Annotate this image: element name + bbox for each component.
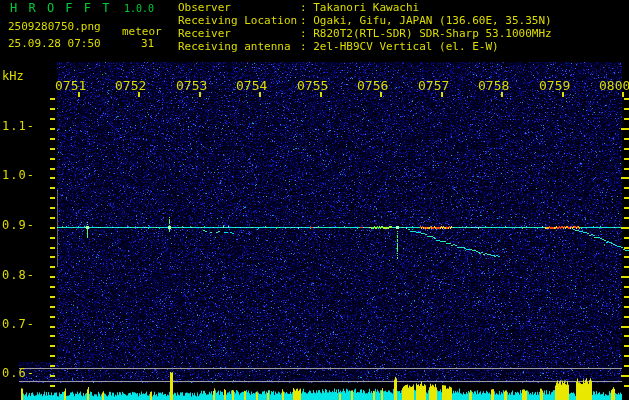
info-value: R820T2(RTL-SDR) SDR-Sharp 53.1000MHz — [313, 27, 551, 40]
info-separator: : — [300, 1, 307, 14]
receiver-info-block: Observer: Takanori Kawachi Receiving Loc… — [178, 2, 552, 54]
freq-axis-label: 0.8- — [2, 269, 35, 281]
observation-mode: meteor — [122, 26, 162, 37]
observation-datetime: 25.09.28 07:50 — [8, 38, 101, 49]
app-title: H R O F F T — [10, 2, 111, 14]
meteor-count: 31 — [141, 38, 154, 49]
info-separator: : — [300, 14, 307, 27]
info-label: Receiving Location — [178, 15, 300, 28]
time-axis-label: 0757 — [418, 79, 449, 92]
info-separator: : — [300, 27, 307, 40]
freq-axis-label: 0.7- — [2, 318, 35, 330]
time-axis-label: 0800 — [599, 79, 629, 92]
app-version: 1.0.0 — [124, 4, 154, 14]
freq-axis-label: 1.0- — [2, 169, 35, 181]
output-filename: 2509280750.png — [8, 21, 101, 32]
freq-axis-label: 0.6- — [2, 367, 35, 379]
hrofft-screen: H R O F F T 1.0.0 2509280750.png meteor … — [0, 0, 629, 400]
info-label: Receiver — [178, 28, 300, 41]
time-axis-label: 0756 — [357, 79, 388, 92]
info-value: 2el-HB9CV Vertical (el. E-W) — [313, 40, 498, 53]
time-axis-label: 0755 — [297, 79, 328, 92]
info-value: Ogaki, Gifu, JAPAN (136.60E, 35.35N) — [313, 14, 551, 27]
freq-axis-label: 0.9- — [2, 219, 35, 231]
info-row: Receiving antenna: 2el-HB9CV Vertical (e… — [178, 41, 552, 54]
time-axis-label: 0759 — [539, 79, 570, 92]
info-label: Observer — [178, 2, 300, 15]
freq-axis-label: 1.1- — [2, 120, 35, 132]
time-axis-label: 0752 — [115, 79, 146, 92]
time-axis-label: 0751 — [55, 79, 86, 92]
info-separator: : — [300, 40, 307, 53]
info-label: Receiving antenna — [178, 41, 300, 54]
info-value: Takanori Kawachi — [313, 1, 419, 14]
time-axis-label: 0753 — [176, 79, 207, 92]
time-axis-label: 0758 — [478, 79, 509, 92]
spectrogram-canvas — [0, 0, 629, 400]
time-axis-label: 0754 — [236, 79, 267, 92]
freq-axis-unit: kHz — [2, 70, 24, 82]
